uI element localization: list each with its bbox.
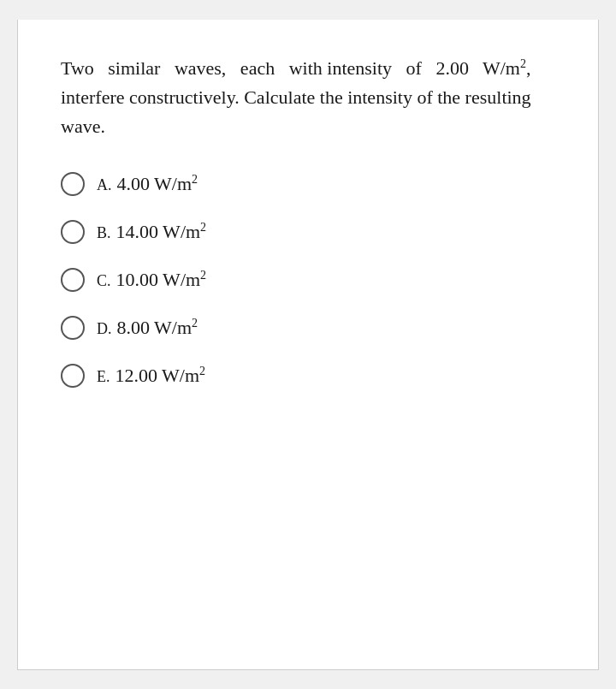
radio-a[interactable]	[61, 172, 85, 196]
option-c-letter: C.	[97, 272, 111, 290]
option-a-value: 4.00 W/m2	[117, 173, 198, 195]
radio-b[interactable]	[61, 220, 85, 244]
question-card: Two similar waves, each with intensity o…	[17, 20, 599, 670]
radio-c[interactable]	[61, 268, 85, 292]
radio-d[interactable]	[61, 316, 85, 340]
option-b[interactable]: B. 14.00 W/m2	[61, 220, 555, 244]
option-e-value: 12.00 W/m2	[116, 365, 206, 387]
option-c-value: 10.00 W/m2	[116, 269, 207, 291]
option-d-value: 8.00 W/m2	[117, 317, 198, 339]
option-b-label: B. 14.00 W/m2	[97, 221, 206, 243]
option-b-letter: B.	[97, 224, 111, 242]
option-e-letter: E.	[97, 368, 110, 386]
option-d-label: D. 8.00 W/m2	[97, 317, 198, 339]
option-c-label: C. 10.00 W/m2	[97, 269, 206, 291]
option-c[interactable]: C. 10.00 W/m2	[61, 268, 555, 292]
radio-e[interactable]	[61, 364, 85, 388]
option-e[interactable]: E. 12.00 W/m2	[61, 364, 555, 388]
option-d[interactable]: D. 8.00 W/m2	[61, 316, 555, 340]
option-a-label: A. 4.00 W/m2	[97, 173, 198, 195]
options-list: A. 4.00 W/m2 B. 14.00 W/m2 C. 10.00 W/m2…	[61, 172, 555, 388]
option-a[interactable]: A. 4.00 W/m2	[61, 172, 555, 196]
option-d-letter: D.	[97, 320, 112, 338]
option-b-value: 14.00 W/m2	[116, 221, 207, 243]
option-a-letter: A.	[97, 176, 112, 194]
question-text: Two similar waves, each with intensity o…	[61, 54, 555, 141]
option-e-label: E. 12.00 W/m2	[97, 365, 205, 387]
